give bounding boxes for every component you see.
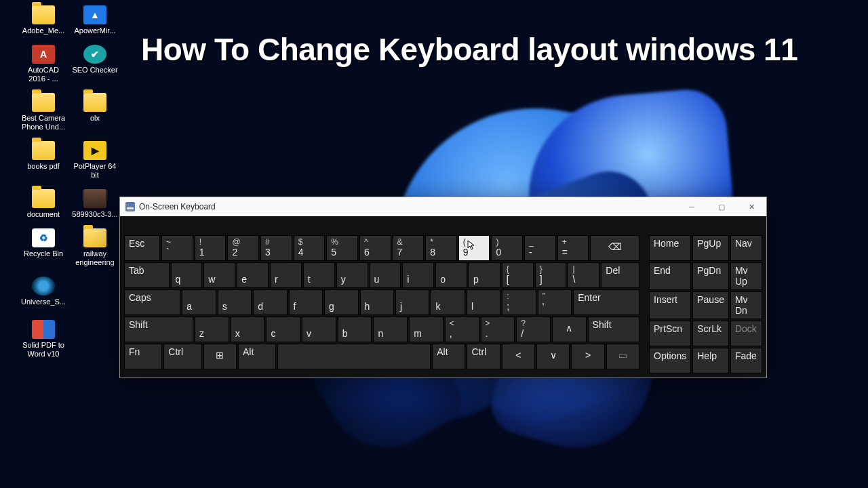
key-9[interactable]: (9: [458, 235, 490, 261]
key-[interactable]: ~`: [161, 235, 193, 261]
key-[interactable]: _-: [524, 235, 556, 261]
key-pgdn[interactable]: PgDn: [692, 262, 729, 290]
key-options[interactable]: Options: [649, 348, 691, 373]
key-z[interactable]: z: [195, 317, 229, 342]
key-prtscn[interactable]: PrtScn: [649, 321, 691, 346]
key-g[interactable]: g: [324, 289, 358, 315]
osk-titlebar[interactable]: On-Screen Keyboard ─ ▢ ✕: [120, 197, 766, 216]
key-fade[interactable]: Fade: [730, 348, 762, 373]
key-8[interactable]: *8: [425, 235, 457, 261]
key-home[interactable]: Home: [649, 235, 691, 261]
key-l[interactable]: l: [467, 289, 500, 315]
key-5[interactable]: %5: [326, 235, 358, 261]
key-pause[interactable]: Pause: [692, 291, 729, 319]
key-e[interactable]: e: [237, 262, 269, 288]
key-end[interactable]: End: [649, 262, 691, 290]
key-[interactable]: ?/: [516, 317, 551, 342]
desktop-icon[interactable]: ✔SEO Checker: [71, 45, 119, 75]
key-4[interactable]: $4: [294, 235, 326, 261]
key-alt[interactable]: Alt: [432, 344, 465, 369]
key-space[interactable]: [277, 344, 431, 369]
key-[interactable]: ∧: [552, 317, 587, 342]
key-dock[interactable]: Dock: [730, 321, 762, 346]
key-[interactable]: ⊞: [203, 344, 237, 369]
desktop-icon[interactable]: olx: [71, 93, 119, 123]
key-ctrl[interactable]: Ctrl: [467, 344, 500, 369]
desktop-icon[interactable]: AAutoCAD 2016 - ...: [19, 45, 68, 83]
key-enter[interactable]: Enter: [573, 289, 639, 315]
key-[interactable]: +=: [557, 235, 589, 261]
key-[interactable]: <,: [445, 317, 479, 342]
key-mvdn[interactable]: Mv Dn: [730, 291, 762, 319]
key-shift[interactable]: Shift: [588, 317, 639, 342]
desktop-icon[interactable]: Solid PDF to Word v10: [19, 320, 68, 359]
key-2[interactable]: @2: [227, 235, 259, 261]
key-del[interactable]: Del: [601, 262, 639, 288]
key-d[interactable]: d: [253, 289, 287, 315]
desktop-icon[interactable]: 589930c3-3...: [71, 189, 119, 219]
desktop-icon[interactable]: Adobe_Me...: [19, 5, 68, 35]
key-mvup[interactable]: Mv Up: [730, 262, 762, 290]
key-n[interactable]: n: [373, 317, 408, 342]
desktop-icon[interactable]: books pdf: [19, 141, 68, 171]
key-i[interactable]: i: [402, 262, 434, 288]
key-[interactable]: ∨: [536, 344, 570, 369]
key-1[interactable]: !1: [195, 235, 226, 261]
key-p[interactable]: p: [469, 262, 500, 288]
minimize-button[interactable]: ─: [677, 197, 707, 216]
key-help[interactable]: Help: [692, 348, 729, 373]
key-tab[interactable]: Tab: [124, 262, 170, 288]
key-[interactable]: }]: [535, 262, 567, 288]
key-b[interactable]: b: [338, 317, 372, 342]
key-7[interactable]: &7: [393, 235, 425, 261]
key-j[interactable]: j: [395, 289, 429, 315]
key-insert[interactable]: Insert: [649, 291, 691, 319]
desktop-icon[interactable]: document: [19, 189, 68, 219]
desktop-icon[interactable]: Best Camera Phone Und...: [19, 93, 68, 131]
close-button[interactable]: ✕: [736, 197, 766, 216]
key-[interactable]: {[: [502, 262, 534, 288]
key-x[interactable]: x: [231, 317, 265, 342]
desktop-icon[interactable]: ♻Recycle Bin: [19, 228, 68, 258]
maximize-button[interactable]: ▢: [707, 197, 736, 216]
key-c[interactable]: c: [266, 317, 300, 342]
key-r[interactable]: r: [270, 262, 302, 288]
key-h[interactable]: h: [360, 289, 394, 315]
key-[interactable]: >.: [481, 317, 515, 342]
key-v[interactable]: v: [302, 317, 336, 342]
key-o[interactable]: o: [435, 262, 467, 288]
key-w[interactable]: w: [203, 262, 235, 288]
key-[interactable]: :;: [502, 289, 536, 315]
key-f[interactable]: f: [289, 289, 323, 315]
key-m[interactable]: m: [409, 317, 443, 342]
key-6[interactable]: ^6: [359, 235, 391, 261]
key-nav[interactable]: Nav: [730, 235, 762, 261]
key-a[interactable]: a: [182, 289, 216, 315]
key-[interactable]: ⌫: [590, 235, 639, 261]
desktop-icon[interactable]: railway engineering: [71, 228, 119, 267]
key-scrlk[interactable]: ScrLk: [692, 321, 729, 346]
desktop-icon[interactable]: ▲ApowerMir...: [71, 5, 119, 35]
key-y[interactable]: y: [336, 262, 368, 288]
key-3[interactable]: #3: [260, 235, 292, 261]
key-[interactable]: |\: [568, 262, 599, 288]
key-[interactable]: "': [538, 289, 572, 315]
key-q[interactable]: q: [171, 262, 203, 288]
key-ctrl[interactable]: Ctrl: [163, 344, 201, 369]
key-[interactable]: ▭: [606, 344, 639, 369]
key-shift[interactable]: Shift: [124, 317, 193, 342]
key-u[interactable]: u: [370, 262, 401, 288]
desktop-icon[interactable]: Universe_S...: [19, 277, 68, 306]
key-k[interactable]: k: [431, 289, 465, 315]
key-fn[interactable]: Fn: [124, 344, 162, 369]
key-[interactable]: >: [571, 344, 604, 369]
key-t[interactable]: t: [303, 262, 335, 288]
key-caps[interactable]: Caps: [124, 289, 180, 315]
key-s[interactable]: s: [218, 289, 252, 315]
key-0[interactable]: )0: [491, 235, 523, 261]
desktop-icon[interactable]: ▶PotPlayer 64 bit: [71, 141, 119, 180]
key-esc[interactable]: Esc: [124, 235, 160, 261]
key-[interactable]: <: [502, 344, 535, 369]
key-alt[interactable]: Alt: [238, 344, 276, 369]
key-pgup[interactable]: PgUp: [692, 235, 729, 261]
